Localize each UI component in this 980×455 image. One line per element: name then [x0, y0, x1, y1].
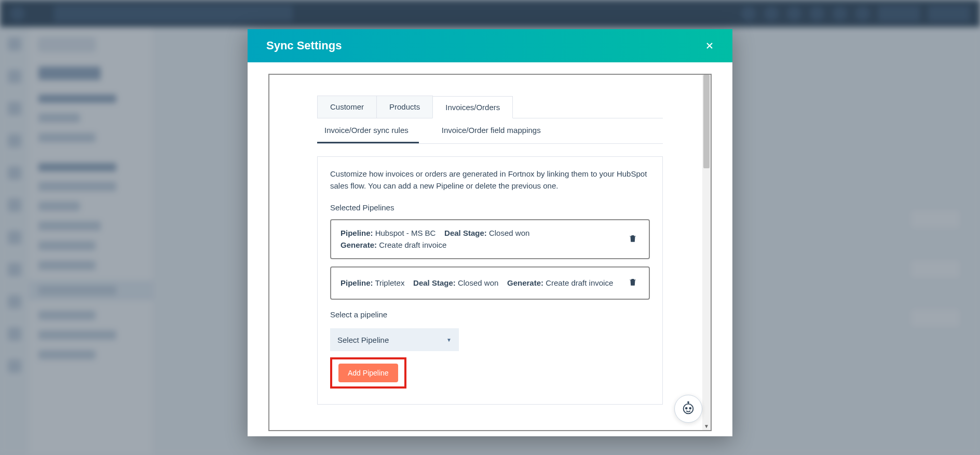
trash-icon	[628, 233, 637, 244]
selected-pipelines-label: Selected Pipelines	[330, 203, 650, 212]
main-tabs: Customer Products Invoices/Orders	[317, 96, 663, 118]
scroll-down-arrow[interactable]: ▼	[702, 422, 711, 430]
pipeline-card-text: Pipeline: Tripletex Deal Stage: Closed w…	[341, 277, 613, 289]
modal-title: Sync Settings	[266, 39, 342, 52]
modal-body: Customer Products Invoices/Orders Invoic…	[248, 62, 732, 436]
subtab-sync-rules[interactable]: Invoice/Order sync rules	[317, 118, 419, 143]
deal-stage-label: Deal Stage:	[444, 229, 487, 237]
close-button[interactable]	[701, 37, 718, 54]
tab-customer[interactable]: Customer	[317, 96, 377, 118]
pipeline-label: Pipeline:	[341, 229, 373, 237]
pipeline-value: Hubspot - MS BC	[375, 229, 436, 237]
tab-products[interactable]: Products	[376, 96, 433, 118]
scrollbar-thumb[interactable]	[703, 75, 710, 168]
modal-header: Sync Settings	[248, 29, 732, 62]
svg-point-4	[688, 402, 689, 403]
trash-icon	[628, 277, 637, 287]
subtab-field-mappings[interactable]: Invoice/Order field mappings	[434, 118, 551, 143]
description-text: Customize how invoices or orders are gen…	[330, 168, 650, 192]
chat-widget-button[interactable]	[674, 395, 702, 423]
add-pipeline-button[interactable]: Add Pipeline	[338, 364, 398, 382]
pipeline-value: Tripletex	[375, 278, 404, 287]
generate-value: Create draft invoice	[546, 278, 613, 287]
add-pipeline-highlight: Add Pipeline	[330, 357, 406, 389]
tab-invoices-orders[interactable]: Invoices/Orders	[432, 96, 513, 118]
inner-panel: Customer Products Invoices/Orders Invoic…	[268, 74, 712, 431]
select-placeholder: Select Pipeline	[337, 336, 389, 344]
deal-stage-value: Closed won	[458, 278, 498, 287]
svg-point-2	[689, 408, 691, 409]
pipeline-card: Pipeline: Tripletex Deal Stage: Closed w…	[330, 266, 650, 300]
svg-point-1	[686, 408, 687, 409]
pipeline-card-text: Pipeline: Hubspot - MS BC Deal Stage: Cl…	[341, 228, 529, 251]
pipeline-select[interactable]: Select Pipeline ▼	[330, 328, 459, 351]
content-box: Customize how invoices or orders are gen…	[317, 156, 663, 405]
chatbot-icon	[680, 401, 696, 417]
inner-scrollbar[interactable]: ▼	[702, 75, 711, 430]
deal-stage-label: Deal Stage:	[413, 278, 456, 287]
generate-label: Generate:	[341, 240, 377, 249]
generate-label: Generate:	[507, 278, 543, 287]
select-pipeline-label: Select a pipeline	[330, 310, 650, 319]
pipeline-card: Pipeline: Hubspot - MS BC Deal Stage: Cl…	[330, 219, 650, 259]
delete-pipeline-button[interactable]	[626, 231, 639, 248]
close-icon	[704, 41, 715, 51]
generate-value: Create draft invoice	[379, 240, 446, 249]
deal-stage-value: Closed won	[489, 229, 529, 237]
sync-settings-modal: Sync Settings Customer Products Invoices…	[248, 29, 732, 436]
chevron-down-icon: ▼	[446, 337, 452, 343]
delete-pipeline-button[interactable]	[626, 275, 639, 291]
sub-tabs: Invoice/Order sync rules Invoice/Order f…	[317, 118, 663, 144]
pipeline-label: Pipeline:	[341, 278, 373, 287]
